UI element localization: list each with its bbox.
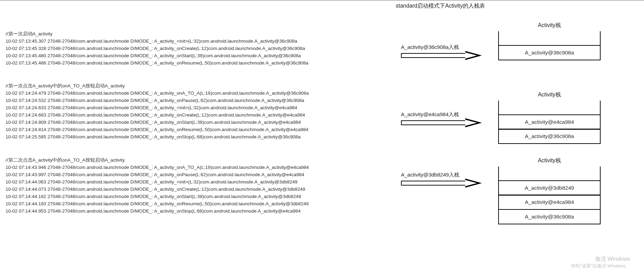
- log-line: 10-02 07:13:45.486 27048-27048/com.andro…: [6, 59, 308, 67]
- diagram-title: standard启动模式下Activity的入栈表: [396, 2, 485, 10]
- arrow-icon: [401, 119, 488, 126]
- arrow-icon: [401, 180, 488, 187]
- log-line: 10-02 07:14:24.814 27048-27048/com.andro…: [6, 126, 309, 133]
- log-line: 10-02 07:14:24.633 27048-27048/com.andro…: [6, 104, 309, 111]
- log-line: 10-02 07:14:43.946 27048-27048/com.andro…: [6, 164, 309, 171]
- log-block-2: //第一次点击A_activity中的onA_TO_A按钮启动A_activit…: [6, 82, 309, 140]
- stack-cell: A_activity@36c908a: [498, 129, 601, 144]
- activity-stack-2: Activity栈 A_activity@e4ca984 A_activity@…: [498, 91, 601, 144]
- stack-cell: A_activity@e4ca984: [498, 114, 601, 130]
- log-line: 10-02 07:14:24.683 27048-27048/com.andro…: [6, 111, 309, 119]
- stack-title: Activity栈: [498, 157, 601, 164]
- log-block-3: //第二次点击A_activity中的onA_TO_A按钮启动A_activit…: [6, 156, 309, 215]
- push-arrow-3: A_activity@3db8249入栈: [401, 172, 488, 187]
- windows-activation-watermark: 激活 Windows 转到"设置"以激活 Windows。: [571, 256, 630, 269]
- stack-open-top: [498, 101, 601, 115]
- stack-cell: A_activity@3db8249: [498, 180, 601, 196]
- log-line: 10-02 07:13:45.307 27048-27048/com.andro…: [6, 37, 308, 45]
- watermark-line2: 转到"设置"以激活 Windows。: [571, 263, 630, 269]
- log-line: 10-02 07:14:24.479 27048-27048/com.andro…: [6, 89, 309, 97]
- log-comment: //第二次点击A_activity中的onA_TO_A按钮启动A_activit…: [6, 156, 309, 164]
- log-line: 10-02 07:13:45.480 27048-27048/com.andro…: [6, 52, 308, 59]
- activity-stack-1: Activity栈 A_activity@36c908a: [498, 22, 601, 60]
- log-line: 10-02 07:14:44.182 27048-27048/com.andro…: [6, 193, 309, 200]
- stack-cell: A_activity@36c908a: [498, 209, 601, 224]
- stack-cell: A_activity@36c908a: [498, 45, 601, 60]
- activity-stack-3: Activity栈 A_activity@3db8249 A_activity@…: [498, 157, 601, 224]
- stack-cell: A_activity@e4ca984: [498, 195, 601, 210]
- log-line: 10-02 07:14:44.073 27048-27048/com.andro…: [6, 186, 309, 193]
- stack-open-top: [498, 166, 601, 181]
- log-line: 10-02 07:14:24.532 27048-27048/com.andro…: [6, 97, 309, 104]
- arrow-label: A_activity@e4ca984入栈: [401, 111, 488, 118]
- stack-open-top: [498, 31, 601, 46]
- log-line: 10-02 07:14:44.063 27048-27048/com.andro…: [6, 178, 309, 186]
- log-line: 10-02 07:14:44.193 27048-27048/com.andro…: [6, 200, 309, 207]
- log-line: 10-02 07:14:44.953 27048-27048/com.andro…: [6, 207, 309, 215]
- stack-title: Activity栈: [498, 22, 601, 29]
- log-line: 10-02 07:14:43.997 27048-27048/com.andro…: [6, 171, 309, 178]
- arrow-label: A_activity@36c908a入栈: [401, 44, 488, 51]
- stack-title: Activity栈: [498, 91, 601, 98]
- watermark-line1: 激活 Windows: [571, 256, 630, 263]
- log-line: 10-02 07:13:45.328 27048-27048/com.andro…: [6, 45, 308, 52]
- log-line: 10-02 07:14:24.809 27048-27048/com.andro…: [6, 119, 309, 126]
- log-comment: //第一次点击A_activity中的onA_TO_A按钮启动A_activit…: [6, 82, 309, 89]
- log-block-1: //第一次启动A_activity 10-02 07:13:45.307 270…: [6, 30, 308, 67]
- log-comment: //第一次启动A_activity: [6, 30, 308, 37]
- push-arrow-2: A_activity@e4ca984入栈: [401, 111, 488, 126]
- arrow-label: A_activity@3db8249入栈: [401, 172, 488, 178]
- arrow-icon: [401, 52, 488, 59]
- push-arrow-1: A_activity@36c908a入栈: [401, 44, 488, 59]
- log-line: 10-02 07:14:25.585 27048-27048/com.andro…: [6, 133, 309, 140]
